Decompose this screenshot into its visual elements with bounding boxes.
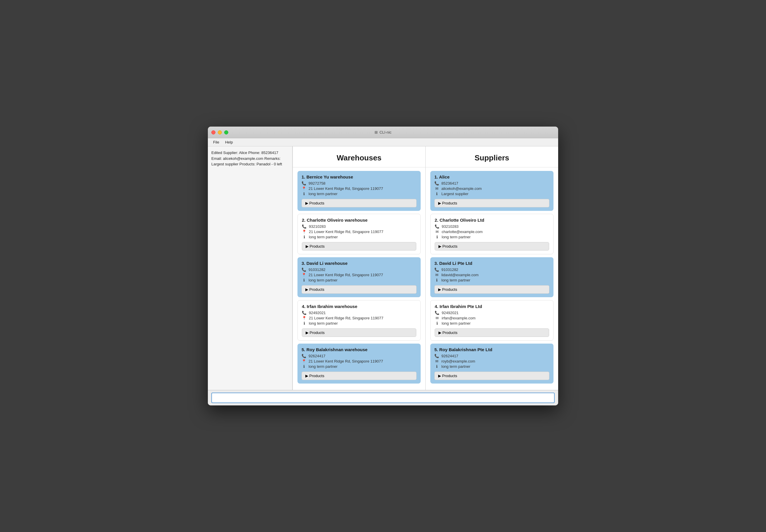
window-title: ⊞ CLI-nic <box>375 130 391 134</box>
supplier-products-button[interactable]: ▶ Products <box>435 328 549 337</box>
warehouse-card: 3. David Li warehouse 📞 91031282 📍 21 Lo… <box>298 257 421 297</box>
location-icon: 📍 <box>302 230 307 234</box>
warehouse-address: 21 Lower Kent Ridge Rd, Singapore 119077 <box>309 359 383 363</box>
warehouse-remarks: long term partner <box>309 321 338 325</box>
warehouse-phone-row: 📞 93210283 <box>302 224 416 229</box>
supplier-card: 3. David Li Pte Ltd 📞 91031282 ✉ lidavid… <box>430 257 553 297</box>
supplier-email: royb@example.com <box>441 359 475 363</box>
supplier-email: charlotte@example.com <box>442 230 482 234</box>
supplier-remarks-row: ℹ long term partner <box>434 278 549 282</box>
warehouse-address: 21 Lower Kent Ridge Rd, Singapore 119077 <box>309 230 383 234</box>
location-icon: 📍 <box>302 186 306 191</box>
warehouse-card: 5. Roy Balakrishnan warehouse 📞 92624417… <box>298 344 421 384</box>
maximize-button[interactable] <box>224 130 228 134</box>
supplier-remarks: long term partner <box>442 321 470 325</box>
info-icon: ℹ <box>434 364 439 369</box>
warehouse-address: 21 Lower Kent Ridge Rd, Singapore 119077 <box>309 273 383 277</box>
supplier-phone-row: 📞 85236417 <box>434 181 549 185</box>
cli-input[interactable] <box>212 393 554 403</box>
warehouse-card: 1. Bernice Yu warehouse 📞 99272758 📍 21 … <box>298 171 421 211</box>
minimize-button[interactable] <box>218 130 222 134</box>
supplier-phone: 92492021 <box>442 311 459 315</box>
warehouse-address-row: 📍 21 Lower Kent Ridge Rd, Singapore 1190… <box>302 273 417 277</box>
info-icon: ℹ <box>435 235 439 239</box>
phone-icon: 📞 <box>434 354 439 358</box>
supplier-name: 3. David Li Pte Ltd <box>434 261 549 266</box>
warehouse-products-button[interactable]: ▶ Products <box>302 199 417 207</box>
supplier-phone: 93210283 <box>442 224 459 229</box>
supplier-phone: 85236417 <box>441 181 458 185</box>
warehouse-name: 2. Charlotte Oliveiro warehouse <box>302 218 416 223</box>
info-icon: ℹ <box>302 321 307 325</box>
phone-icon: 📞 <box>302 224 307 229</box>
sidebar: Edited Supplier: Alice Phone: 85236417 E… <box>208 146 293 390</box>
supplier-remarks-row: ℹ Largest supplier <box>434 192 549 196</box>
supplier-card: 4. Irfan Ibrahim Pte Ltd 📞 92492021 ✉ ir… <box>430 300 553 341</box>
supplier-name: 1. Alice <box>434 174 549 179</box>
warehouse-name: 4. Irfan Ibrahim warehouse <box>302 304 416 309</box>
supplier-email: lidavid@example.com <box>441 273 478 277</box>
titlebar: ⊞ CLI-nic <box>208 127 558 138</box>
warehouses-panel: Warehouses 1. Bernice Yu warehouse 📞 992… <box>293 146 425 390</box>
warehouse-products-button[interactable]: ▶ Products <box>302 242 416 251</box>
supplier-email-row: ✉ charlotte@example.com <box>435 230 549 234</box>
warehouse-remarks-row: ℹ long term partner <box>302 364 417 369</box>
supplier-remarks-row: ℹ long term partner <box>434 364 549 369</box>
warehouse-address-row: 📍 21 Lower Kent Ridge Rd, Singapore 1190… <box>302 316 416 320</box>
menu-help[interactable]: Help <box>222 139 236 146</box>
info-icon: ℹ <box>302 278 306 282</box>
supplier-card: 2. Charlotte Oliveiro Ltd 📞 93210283 ✉ c… <box>430 214 553 254</box>
close-button[interactable] <box>212 130 216 134</box>
warehouse-card: 4. Irfan Ibrahim warehouse 📞 92492021 📍 … <box>298 300 421 341</box>
info-icon: ℹ <box>302 235 307 239</box>
supplier-remarks: long term partner <box>442 235 470 239</box>
warehouse-remarks-row: ℹ long term partner <box>302 235 416 239</box>
supplier-phone: 91031282 <box>441 267 458 272</box>
suppliers-list: 1. Alice 📞 85236417 ✉ alicekoh@example.c… <box>426 167 558 390</box>
info-icon: ℹ <box>434 278 439 282</box>
warehouse-products-button[interactable]: ▶ Products <box>302 372 417 380</box>
supplier-name: 4. Irfan Ibrahim Pte Ltd <box>435 304 549 309</box>
info-icon: ℹ <box>302 192 306 196</box>
supplier-remarks: long term partner <box>441 278 470 282</box>
warehouse-phone: 99272758 <box>309 181 326 185</box>
phone-icon: 📞 <box>302 311 307 315</box>
supplier-email: irfan@example.com <box>442 316 475 320</box>
supplier-phone-row: 📞 93210283 <box>435 224 549 229</box>
warehouse-name: 1. Bernice Yu warehouse <box>302 174 417 179</box>
supplier-remarks-row: ℹ long term partner <box>435 235 549 239</box>
supplier-email-row: ✉ alicekoh@example.com <box>434 186 549 191</box>
supplier-remarks-row: ℹ long term partner <box>435 321 549 325</box>
supplier-products-button[interactable]: ▶ Products <box>434 372 549 380</box>
supplier-products-button[interactable]: ▶ Products <box>435 242 549 251</box>
supplier-remarks: Largest supplier <box>441 192 468 196</box>
app-window: ⊞ CLI-nic File Help Edited Supplier: Ali… <box>208 127 558 405</box>
supplier-card: 5. Roy Balakrishnan Pte Ltd 📞 92624417 ✉… <box>430 344 553 384</box>
sidebar-text: Edited Supplier: Alice Phone: 85236417 E… <box>212 151 282 166</box>
warehouses-header: Warehouses <box>293 146 425 167</box>
warehouse-products-button[interactable]: ▶ Products <box>302 285 417 294</box>
panels: Warehouses 1. Bernice Yu warehouse 📞 992… <box>293 146 558 390</box>
warehouse-name: 3. David Li warehouse <box>302 261 417 266</box>
warehouse-products-button[interactable]: ▶ Products <box>302 328 416 337</box>
warehouse-phone: 92492021 <box>309 311 326 315</box>
info-icon: ℹ <box>435 321 439 325</box>
warehouse-phone: 92624417 <box>309 354 326 358</box>
supplier-products-button[interactable]: ▶ Products <box>434 199 549 207</box>
supplier-phone-row: 📞 92492021 <box>435 311 549 315</box>
menu-file[interactable]: File <box>210 139 222 146</box>
warehouse-remarks-row: ℹ long term partner <box>302 278 417 282</box>
warehouse-phone-row: 📞 99272758 <box>302 181 417 185</box>
suppliers-header: Suppliers <box>426 146 558 167</box>
supplier-card: 1. Alice 📞 85236417 ✉ alicekoh@example.c… <box>430 171 553 211</box>
warehouse-remarks: long term partner <box>309 192 338 196</box>
warehouse-phone-row: 📞 92624417 <box>302 354 417 358</box>
email-icon: ✉ <box>434 186 439 191</box>
supplier-products-button[interactable]: ▶ Products <box>434 285 549 294</box>
warehouse-phone-row: 📞 92492021 <box>302 311 416 315</box>
phone-icon: 📞 <box>434 181 439 185</box>
warehouse-remarks-row: ℹ long term partner <box>302 321 416 325</box>
phone-icon: 📞 <box>302 267 306 272</box>
supplier-phone: 92624417 <box>441 354 458 358</box>
email-icon: ✉ <box>434 273 439 277</box>
